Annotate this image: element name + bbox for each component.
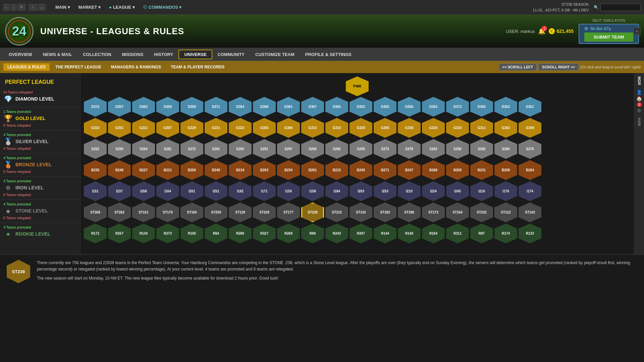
hex-ST173[interactable]: ST173 <box>422 202 445 222</box>
nav-market[interactable]: MARKET ▾ <box>75 3 104 12</box>
bookmark-icon[interactable]: ☆ <box>29 4 37 10</box>
hex-ST122[interactable]: ST122 <box>494 202 517 222</box>
hex-G324[interactable]: G324 <box>422 118 445 138</box>
search-input[interactable] <box>600 4 641 11</box>
right-mgr-button[interactable]: MGR <box>637 75 642 87</box>
hex-D356[interactable]: D356 <box>398 97 421 117</box>
hex-I245[interactable]: I245 <box>446 181 469 201</box>
hex-D355[interactable]: D355 <box>374 97 396 117</box>
hex-B231[interactable]: B231 <box>470 160 493 180</box>
hex-B235[interactable]: B235 <box>84 160 107 180</box>
hex-ST143[interactable]: ST143 <box>519 202 541 222</box>
hex-B256[interactable]: B256 <box>180 160 203 180</box>
hex-D372[interactable]: D372 <box>84 97 107 117</box>
scroll-left-button[interactable]: << SCROLL LEFT <box>499 63 537 71</box>
hex-R69[interactable]: R69 <box>301 224 324 243</box>
hex-ST262[interactable]: ST262 <box>108 202 131 222</box>
hex-I164[interactable]: I164 <box>156 181 179 201</box>
hex-G307[interactable]: G307 <box>156 118 179 138</box>
hex-ST196[interactable]: ST196 <box>398 202 421 222</box>
hex-D350[interactable]: D350 <box>470 97 493 117</box>
hex-G305[interactable]: G305 <box>374 118 396 138</box>
hex-D369[interactable]: D369 <box>156 97 179 117</box>
hex-G331[interactable]: G331 <box>205 118 227 138</box>
hex-R64[interactable]: R64 <box>205 224 227 243</box>
hex-S254[interactable]: S254 <box>132 139 155 159</box>
hex-ST177[interactable]: ST177 <box>277 202 300 222</box>
hex-ST179[interactable]: ST179 <box>156 202 179 222</box>
hex-B245[interactable]: B245 <box>350 160 372 180</box>
scroll-right-button[interactable]: SCROLL RIGHT >> <box>538 63 579 71</box>
hex-S293[interactable]: S293 <box>325 139 348 159</box>
hex-I184[interactable]: I184 <box>325 181 348 201</box>
hex-ST268[interactable]: ST268 <box>84 202 107 222</box>
hex-D362[interactable]: D362 <box>132 97 155 117</box>
hex-I171[interactable]: I171 <box>253 181 276 201</box>
hex-B240[interactable]: B240 <box>205 160 227 180</box>
hex-S272[interactable]: S272 <box>180 139 203 159</box>
hex-B271[interactable]: B271 <box>374 160 396 180</box>
breadcrumb-team-player-records[interactable]: TEAM & PLAYER RECORDS <box>167 63 228 71</box>
scroll-right-header-button[interactable]: › <box>633 27 641 35</box>
hex-R105[interactable]: R105 <box>180 224 203 243</box>
hex-R172[interactable]: R172 <box>84 224 107 243</box>
hex-G329[interactable]: G329 <box>180 118 203 138</box>
forward-button[interactable]: › <box>11 4 17 10</box>
hex-P400[interactable]: P400 <box>346 76 369 96</box>
home-icon[interactable]: ⌂ <box>38 4 45 10</box>
hex-I159[interactable]: I159 <box>277 181 300 201</box>
hex-S260[interactable]: S260 <box>229 139 252 159</box>
hex-G336[interactable]: G336 <box>398 118 421 138</box>
hex-S262[interactable]: S262 <box>422 139 445 159</box>
hex-D352[interactable]: D352 <box>350 97 372 117</box>
hex-S261[interactable]: S261 <box>205 139 227 159</box>
hex-ST142[interactable]: ST142 <box>350 202 372 222</box>
tab-overview[interactable]: OVERVIEW <box>3 50 38 59</box>
hex-ST183[interactable]: ST183 <box>374 202 396 222</box>
right-ham-button[interactable]: HAM <box>637 116 642 128</box>
hex-I251[interactable]: I251 <box>205 181 227 201</box>
hex-R207[interactable]: R207 <box>350 224 372 243</box>
hex-G333[interactable]: G333 <box>446 118 469 138</box>
breadcrumb-leagues-rules[interactable]: LEAGUES & RULES <box>3 63 50 71</box>
hex-S259[interactable]: S259 <box>350 139 372 159</box>
hex-B227[interactable]: B227 <box>132 160 155 180</box>
breadcrumb-perfect-league[interactable]: THE PERFECT LEAGUE <box>51 63 105 71</box>
breadcrumb-managers-rankings[interactable]: MANAGERS & RANKINGS <box>107 63 165 71</box>
hex-I210[interactable]: I210 <box>398 181 421 201</box>
hex-S278[interactable]: S278 <box>398 139 421 159</box>
hex-S282[interactable]: S282 <box>470 139 493 159</box>
hex-ST229[interactable]: ST229 <box>253 202 276 222</box>
hex-R144[interactable]: R144 <box>374 224 396 243</box>
hex-D354[interactable]: D354 <box>229 97 252 117</box>
hex-R327[interactable]: R327 <box>253 224 276 243</box>
hex-D353[interactable]: D353 <box>494 97 517 117</box>
hex-I176[interactable]: I176 <box>494 181 517 201</box>
hex-S273[interactable]: S273 <box>374 139 396 159</box>
tab-news-mail[interactable]: NEWS & MAIL <box>38 50 77 59</box>
hex-D371[interactable]: D371 <box>205 97 227 117</box>
hex-S281[interactable]: S281 <box>156 139 179 159</box>
hex-B266[interactable]: B266 <box>422 160 445 180</box>
hex-B234[interactable]: B234 <box>277 160 300 180</box>
hex-G321[interactable]: G321 <box>132 118 155 138</box>
hex-G306[interactable]: G306 <box>277 118 300 138</box>
hex-I224[interactable]: I224 <box>422 181 445 201</box>
hex-G320[interactable]: G320 <box>350 118 372 138</box>
submit-team-button[interactable]: SUBMIT TEAM <box>584 33 633 42</box>
tab-community[interactable]: COMMUNITY <box>212 50 250 59</box>
hex-I203[interactable]: I203 <box>350 181 372 201</box>
hex-R273[interactable]: R273 <box>156 224 179 243</box>
hex-ST129[interactable]: ST129 <box>229 202 252 222</box>
hex-D361[interactable]: D361 <box>277 97 300 117</box>
hex-R243[interactable]: R243 <box>325 224 348 243</box>
hex-I151[interactable]: I151 <box>84 181 107 201</box>
hex-R286[interactable]: R286 <box>229 224 252 243</box>
hex-B219[interactable]: B219 <box>229 160 252 180</box>
hex-ST151[interactable]: ST151 <box>132 202 155 222</box>
hex-D373[interactable]: D373 <box>446 97 469 117</box>
hex-I258[interactable]: I258 <box>132 181 155 201</box>
hex-R134[interactable]: R134 <box>132 224 155 243</box>
hex-B263[interactable]: B263 <box>253 160 276 180</box>
hex-R269[interactable]: R269 <box>277 224 300 243</box>
